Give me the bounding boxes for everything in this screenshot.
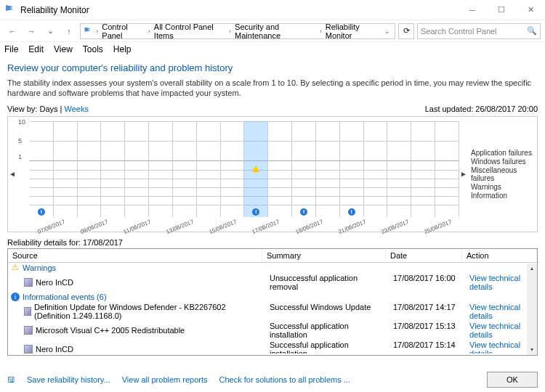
reliability-chart[interactable]: 10 5 1 iiii 07/08/201709/08/201711/08/20… xyxy=(17,117,459,232)
ok-button[interactable]: OK xyxy=(487,372,538,388)
chart-column[interactable] xyxy=(173,121,197,217)
menu-tools[interactable]: Tools xyxy=(83,44,103,54)
y-tick: 5 xyxy=(18,137,22,144)
app-icon xyxy=(24,326,33,335)
search-icon: 🔍 xyxy=(527,26,537,36)
chart-column[interactable] xyxy=(101,121,125,217)
breadcrumb-item[interactable]: Security and Maintenance xyxy=(235,23,316,40)
x-tick: 25/08/2017 xyxy=(416,216,459,237)
breadcrumb-item[interactable]: All Control Panel Items xyxy=(154,23,225,40)
view-details-link[interactable]: View technical details xyxy=(469,340,520,354)
chart-column[interactable] xyxy=(411,121,435,217)
warning-icon: ⚠ xyxy=(11,264,20,272)
search-box[interactable]: 🔍 xyxy=(417,23,541,39)
search-input[interactable] xyxy=(421,27,527,36)
chevron-right-icon: › xyxy=(96,28,98,35)
col-action[interactable]: Action xyxy=(462,249,537,262)
info-icon: i xyxy=(252,208,259,216)
chevron-right-icon: › xyxy=(229,28,231,35)
y-tick: 10 xyxy=(18,118,25,126)
app-icon xyxy=(24,278,33,287)
chevron-down-icon[interactable]: ⌄ xyxy=(384,28,390,35)
x-tick: 15/08/2017 xyxy=(202,216,244,237)
breadcrumb-item[interactable]: Control Panel xyxy=(102,23,145,40)
up-button[interactable]: ↑ xyxy=(61,23,77,39)
navbar: ← → ⌄ ↑ › Control Panel › All Control Pa… xyxy=(0,20,545,42)
view-details-link[interactable]: View technical details xyxy=(469,274,520,291)
window-title: Reliability Monitor xyxy=(20,5,458,15)
view-all-reports-link[interactable]: View all problem reports xyxy=(122,375,208,384)
chart-column[interactable]: i xyxy=(340,121,364,217)
group-warnings[interactable]: ⚠ Warnings xyxy=(8,263,537,273)
warning-icon xyxy=(252,166,259,172)
x-tick: 11/08/2017 xyxy=(116,216,158,237)
scroll-down-button[interactable]: ▾ xyxy=(527,345,537,355)
chart-column[interactable]: i xyxy=(30,121,54,217)
chart-column[interactable] xyxy=(221,121,245,217)
menu-edit[interactable]: Edit xyxy=(28,44,44,54)
table-row[interactable]: Nero InCD Unsuccessful application remov… xyxy=(8,273,537,292)
chart-column[interactable] xyxy=(316,121,340,217)
chart-prev-button[interactable]: ◄ xyxy=(8,117,17,232)
chart-next-button[interactable]: ► xyxy=(459,117,468,232)
chart-column[interactable] xyxy=(149,121,173,217)
maximize-button[interactable]: ☐ xyxy=(487,0,516,20)
flag-icon xyxy=(84,26,92,36)
menu-help[interactable]: Help xyxy=(113,44,132,54)
info-icon: i xyxy=(11,293,20,301)
chart-column[interactable] xyxy=(268,121,292,217)
menu-view[interactable]: View xyxy=(54,44,73,54)
chart-column[interactable] xyxy=(364,121,388,217)
x-tick: 09/08/2017 xyxy=(73,216,116,237)
menubar: File Edit View Tools Help xyxy=(0,42,545,57)
recent-dropdown[interactable]: ⌄ xyxy=(42,23,58,39)
forward-button[interactable]: → xyxy=(23,23,39,39)
chart-column[interactable]: i xyxy=(292,121,316,217)
view-details-link[interactable]: View technical details xyxy=(469,303,520,320)
back-button[interactable]: ← xyxy=(4,23,20,39)
chart-column[interactable] xyxy=(435,121,459,217)
col-summary[interactable]: Summary xyxy=(262,249,386,262)
scrollbar[interactable]: ▴ ▾ xyxy=(527,264,537,355)
chart-column[interactable] xyxy=(78,121,102,217)
details-title: Reliability details for: 17/08/2017 xyxy=(7,238,538,247)
details-header[interactable]: Source Summary Date Action xyxy=(8,249,537,263)
chart-legend: Application failures Windows failures Mi… xyxy=(468,117,537,232)
x-tick: 23/08/2017 xyxy=(374,216,416,237)
view-days-link[interactable]: Days xyxy=(39,105,57,113)
close-button[interactable]: ✕ xyxy=(516,0,545,20)
y-tick: 1 xyxy=(18,153,22,160)
details-body: ⚠ Warnings Nero InCD Unsuccessful applic… xyxy=(8,263,537,354)
scroll-up-button[interactable]: ▴ xyxy=(527,264,537,274)
info-icon: i xyxy=(300,208,307,216)
minimize-button[interactable]: ─ xyxy=(458,0,487,20)
check-solutions-link[interactable]: Check for solutions to all problems ... xyxy=(219,375,350,384)
table-row[interactable]: Microsoft Visual C++ 2005 Redistributabl… xyxy=(8,321,537,340)
group-info[interactable]: i Informational events (6) xyxy=(8,292,537,302)
view-details-link[interactable]: View technical details xyxy=(469,322,520,339)
x-tick: 13/08/2017 xyxy=(159,216,201,237)
address-bar[interactable]: › Control Panel › All Control Panel Item… xyxy=(80,23,395,39)
menu-file[interactable]: File xyxy=(4,44,18,54)
chart-column[interactable] xyxy=(54,121,78,217)
chevron-right-icon: › xyxy=(320,28,322,35)
table-row[interactable]: Nero InCDSuccessful application installa… xyxy=(8,340,537,354)
col-source[interactable]: Source xyxy=(8,249,262,262)
refresh-button[interactable]: ⟳ xyxy=(398,23,414,39)
flag-icon xyxy=(4,4,16,16)
chart-panel: ◄ 10 5 1 iiii 07/08/201709/08/201711/08/… xyxy=(7,116,538,232)
titlebar: Reliability Monitor ─ ☐ ✕ xyxy=(0,0,545,20)
breadcrumb-item[interactable]: Reliability Monitor xyxy=(326,23,381,40)
chart-column[interactable] xyxy=(387,121,411,217)
content: Review your computer's reliability and p… xyxy=(0,57,545,362)
chart-column[interactable]: i xyxy=(244,121,268,217)
chart-column[interactable] xyxy=(125,121,149,217)
chart-column[interactable] xyxy=(197,121,221,217)
x-tick: 21/08/2017 xyxy=(331,216,373,237)
view-weeks-link[interactable]: Weeks xyxy=(64,105,88,113)
col-date[interactable]: Date xyxy=(386,249,462,262)
x-tick: 19/08/2017 xyxy=(288,216,330,237)
save-history-link[interactable]: Save reliability history... xyxy=(27,375,110,384)
table-row[interactable]: Definition Update for Windows Defender -… xyxy=(8,302,537,321)
x-tick: 17/08/2017 xyxy=(245,216,287,237)
